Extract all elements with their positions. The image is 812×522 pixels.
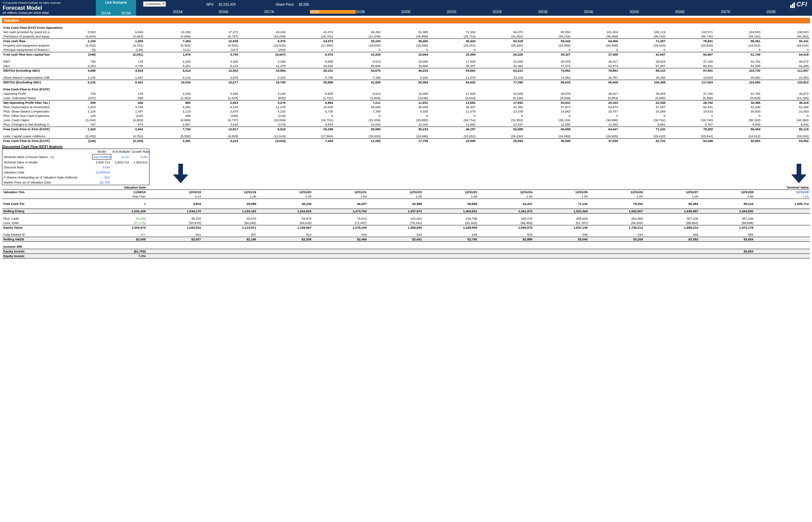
model-subtitle: (in millions, except per share data): [3, 11, 93, 14]
year-col: 2022E: [492, 10, 538, 14]
row-sbc: Share Based Compensation (SBC)1,1341,497…: [2, 75, 810, 80]
row-tv-choice: Terminal Value (Choose Option -->)Exit M…: [2, 154, 150, 160]
year-col: 2015A: [173, 10, 218, 14]
row-investor-return: Equity Investor Return (After SBC diluti…: [2, 249, 810, 254]
row-equity-value: Equity Value1,004,6791,020,5161,113,9711…: [2, 225, 810, 230]
npv-label: NPV:: [207, 3, 214, 6]
fcf-ops-title: Free Cash Flow (FCF) From Operations: [2, 25, 810, 30]
year-col: 2016A: [218, 10, 264, 14]
year-col: 2026E: [675, 10, 720, 14]
row-timeline-fcff: Free Cash Flow to Firm (FCFF)03,65429,08…: [2, 202, 810, 206]
row-discount-rate: Discount Rate9.0%: [2, 165, 150, 170]
row-fcff-sbc: Plus: Share Based Compensation1,1341,497…: [2, 109, 810, 114]
row-fcff-nwc: Plus: Changes in Net Working Capital7679…: [2, 122, 810, 127]
year-col: 2017A: [264, 10, 310, 14]
row-fcf: Free cash flow2,1091,9557,45010,5358,376…: [2, 39, 810, 43]
year-2013: 2013A: [96, 12, 116, 15]
row-investor-irr: Equity Investor IRR (After SBC dilution)…: [2, 254, 810, 259]
valuation-section-bar: Valuation: [2, 18, 810, 23]
row-rolling-price: Rolling AMZN Value per Share$2,005$2,037…: [2, 237, 810, 242]
scenario-label: Live Scenario: [105, 1, 127, 4]
row-ebit: EBIT7451782,2334,1864,1068,6059,01315,26…: [2, 59, 810, 64]
row-shares-outstanding: # Shares Outstanding as of Valuation Dat…: [2, 175, 150, 180]
row-market-price: Market Price as of Valuation Date$1,755: [2, 180, 150, 185]
row-fcff-da: Plus: Depreciation & Amortization3,2534,…: [2, 105, 810, 109]
row-ebitda-inc-sbc: EBITDA (Including SBC)3,9984,9248,51412,…: [2, 68, 810, 73]
row-tv-model: Terminal Value in Model1,605,7141,605,71…: [2, 160, 150, 165]
dcf-title: Discounted Cash Flow (DCF) Analysis: [2, 145, 810, 149]
year-col: 2024E: [584, 10, 630, 14]
row-valuation-date: Valuation Date11/9/2018: [2, 170, 150, 175]
scenario-dropdown[interactable]: Consensus: [143, 1, 166, 7]
row-ppe-lease: Property and equipment acquired under ca…: [2, 43, 810, 47]
share-price-label: Share Price:: [276, 3, 294, 6]
row-fcf-less-leases: Free cash flow less capital leases(348)(…: [2, 52, 810, 57]
row-diluted-shares: Fully Diluted Shares Outstanding50150150…: [2, 233, 810, 237]
dcf-assumptions-table: ModelExit MultipleGrowth Rate Terminal V…: [2, 149, 150, 185]
row-plus-cash: Plus: Cash20,42530,31540,07053,87875,510…: [2, 216, 810, 221]
header-bar: © Corporate Finance Institute. All right…: [0, 0, 812, 16]
year-2014: 2014A: [116, 12, 136, 15]
fcf-operations-table: Free Cash Flow (FCF) From Operations Net…: [2, 25, 810, 143]
year-col: 2021E: [447, 10, 492, 14]
row-da: D&A3,2534,7466,2818,11611,47819,54625,56…: [2, 64, 810, 68]
year-col: 2028E: [767, 10, 812, 14]
year-col: 2019E: [355, 10, 401, 14]
row-fcff-other: Plus: Other Non-Cash Expenses125(128)486…: [2, 114, 810, 118]
cfi-logo: CFI: [790, 1, 807, 8]
row-purchases: Purchases of property and equipment(3,44…: [2, 34, 810, 39]
row-fcff-all-capex: Free Cash Flow to Firm (FCFF) If All Cas…: [2, 139, 810, 143]
year-col-current: 2018E: [310, 10, 355, 14]
row-ebitda-ex-sbc: EBITDA (Excluding SBC)5,1326,42110,63315…: [2, 80, 810, 85]
row-less-debt: Less: Debt(47,175)(53,970)(60,262)(64,62…: [2, 221, 810, 225]
row-op-profit: Operating Profit7451782,2334,1864,1068,6…: [2, 92, 810, 96]
share-price-value: $2,005: [299, 3, 309, 6]
row-nopat: Net Operating Profit After Tax (NOPAT)50…: [2, 100, 810, 105]
copyright-text: © Corporate Finance Institute. All right…: [3, 1, 93, 4]
row-year-frac: Year Frac0.141.001.001.001.001.001.001.0…: [2, 194, 810, 199]
year-col: 2020E: [401, 10, 447, 14]
model-title: Forecast Model: [3, 5, 93, 11]
row-rolling-ev: Rolling Enterprise Value (NPV)1,031,4291…: [2, 209, 810, 214]
year-col: 2023E: [538, 10, 584, 14]
row-capital-lease-add: Less: Capital Lease Additions(2,452)(4,7…: [2, 134, 810, 139]
tv-option-select[interactable]: Exit Multiple: [92, 154, 111, 160]
row-principal: Principal repayments of finance lease ob…: [2, 47, 810, 52]
row-fcff-capex: Less: Cash Capex(3,444)(4,893)(4,589)(6,…: [2, 118, 810, 122]
fcff-title: Free Cash Flow to Firm (FCFF): [2, 87, 810, 92]
year-col: 2025E: [630, 10, 675, 14]
valuation-date-arrow-icon: [173, 164, 188, 183]
terminal-value-arrow-icon: [791, 164, 807, 183]
row-net-cash: Net cash provided by (used in) operating…: [2, 30, 810, 34]
npv-value: $1,031,429: [219, 3, 236, 6]
row-fcff-total: Free Cash Flow to Firm (FCFF)2,3432,6427…: [2, 127, 810, 132]
terminal-value-header: Terminal Value: [755, 185, 810, 190]
row-unlev-tax: Less: Unlevered Taxes(237)268(1,353)(1,5…: [2, 96, 810, 100]
row-timeline-dates: Valuation Timeline11/09/1812/31/1812/31/…: [2, 190, 810, 195]
year-col: 2027E: [721, 10, 767, 14]
valuation-timeline-table: Valuation DateTerminal Value Valuation T…: [2, 185, 810, 259]
valuation-date-header: Valuation Date: [92, 185, 147, 190]
investor-irr-title: Investor IRR: [2, 244, 810, 249]
